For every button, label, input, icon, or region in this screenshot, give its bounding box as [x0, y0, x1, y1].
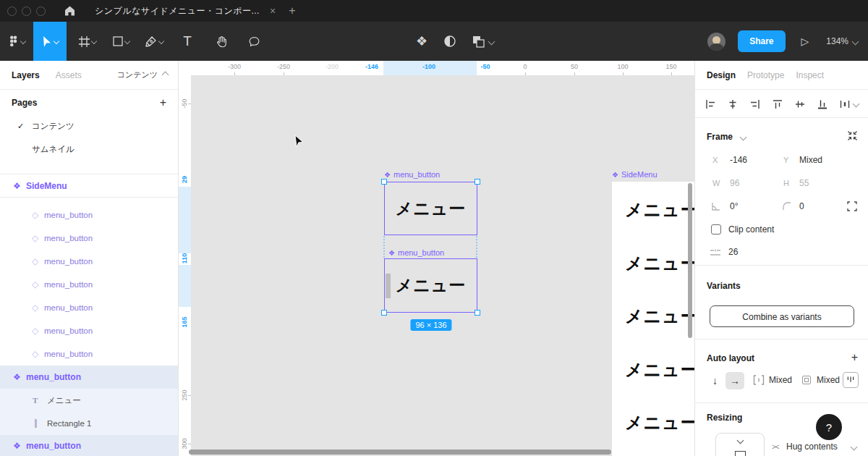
collapse-icon[interactable] — [847, 130, 858, 141]
layer-row-instance[interactable]: ◇ menu_button — [0, 203, 178, 227]
shape-tool-button[interactable] — [104, 22, 137, 61]
horizontal-resizing-value[interactable]: Hug contents — [786, 442, 838, 452]
layer-row-instance[interactable]: ◇ menu_button — [0, 227, 178, 250]
corner-smoothing-icon — [710, 248, 721, 258]
canvas-horizontal-scrollbar[interactable] — [189, 449, 611, 455]
padding-icon — [802, 376, 811, 384]
text-tool-button[interactable]: T — [171, 22, 204, 61]
auto-layout-header: Auto layout — [707, 353, 754, 363]
padding-value[interactable]: Mixed — [817, 375, 840, 385]
layout-direction-right-selected[interactable]: → — [726, 372, 744, 389]
item-spacing-icon — [753, 375, 765, 385]
align-right-icon[interactable] — [749, 98, 761, 110]
w-value[interactable]: 96 — [730, 178, 739, 188]
combine-as-variants-button[interactable]: Combine as variants — [710, 305, 854, 327]
mask-icon[interactable] — [443, 35, 456, 48]
clip-content-label: Clip content — [728, 224, 774, 235]
comment-tool-button[interactable] — [237, 22, 271, 61]
item-spacing-value[interactable]: Mixed — [769, 375, 792, 385]
layer-row-sidemenu[interactable]: ❖ SideMenu — [0, 174, 178, 198]
frame-label[interactable]: ❖menu_button — [384, 170, 440, 179]
move-tool-button[interactable] — [33, 22, 67, 61]
frame-tool-button[interactable] — [71, 22, 104, 61]
present-icon[interactable]: ▷ — [801, 35, 809, 47]
y-label: Y — [783, 156, 788, 164]
layer-row-text[interactable]: T メニュー — [0, 389, 178, 412]
add-page-button[interactable]: + — [160, 96, 166, 109]
new-tab-button[interactable]: + — [289, 4, 295, 17]
selected-frame-1[interactable]: メニュー — [384, 182, 477, 235]
clip-content-checkbox[interactable] — [711, 224, 721, 235]
layer-row-component-selected[interactable]: ❖ menu_button — [0, 366, 178, 389]
align-bottom-icon[interactable] — [817, 98, 828, 110]
y-value[interactable]: Mixed — [799, 155, 822, 165]
resize-center-box — [735, 451, 746, 456]
layer-row-instance[interactable]: ◇ menu_button — [0, 342, 178, 366]
layer-name: menu_button — [44, 303, 93, 312]
chevron-down-icon — [54, 38, 59, 44]
canvas-vertical-scrollbar[interactable] — [688, 183, 692, 338]
hand-tool-button[interactable] — [204, 22, 237, 61]
inspector-tabs: Design Prototype Inspect — [695, 61, 868, 90]
x-value[interactable]: -146 — [730, 155, 747, 165]
user-avatar[interactable] — [707, 33, 726, 51]
h-value[interactable]: 55 — [799, 178, 809, 188]
tab-prototype[interactable]: Prototype — [747, 70, 784, 80]
align-vertical-centers-icon[interactable] — [794, 98, 806, 110]
selection-handle[interactable] — [475, 310, 480, 316]
selection-handle[interactable] — [475, 179, 480, 185]
share-button[interactable]: Share — [738, 30, 785, 52]
main-menu-button[interactable] — [0, 22, 33, 61]
page-selector[interactable]: コンテンツ — [117, 69, 168, 80]
alignment-widget[interactable] — [843, 372, 859, 388]
add-auto-layout-button[interactable]: + — [851, 351, 858, 364]
align-horizontal-centers-icon[interactable] — [727, 98, 739, 110]
independent-corners-icon[interactable] — [847, 201, 857, 211]
frame-section-header[interactable]: Frame — [707, 132, 746, 142]
tab-assets[interactable]: Assets — [56, 70, 82, 80]
layer-row-instance[interactable]: ◇ menu_button — [0, 250, 178, 273]
create-component-icon[interactable]: ❖ — [416, 33, 427, 49]
layer-row-instance[interactable]: ◇ menu_button — [0, 319, 178, 342]
document-tab[interactable]: シンプルなサイドメニュー・コンポー... — [95, 5, 260, 17]
ruler-tick-label: -146 — [365, 63, 378, 70]
chevron-down-icon — [158, 38, 163, 44]
tab-layers[interactable]: Layers — [12, 70, 40, 80]
page-item[interactable]: サムネイル — [0, 139, 178, 159]
hand-icon — [215, 35, 227, 48]
align-left-icon[interactable] — [705, 98, 716, 110]
frame-label[interactable]: ❖SideMenu — [612, 170, 658, 179]
tab-close-icon[interactable]: × — [270, 5, 276, 17]
corner-radius-value[interactable]: 0 — [799, 201, 804, 211]
selection-handle[interactable] — [381, 179, 387, 185]
distribute-menu[interactable] — [839, 98, 859, 110]
window-close-button[interactable] — [7, 7, 17, 16]
layer-row-instance[interactable]: ◇ menu_button — [0, 273, 178, 296]
tab-design[interactable]: Design — [707, 70, 736, 80]
rotation-value[interactable]: 0° — [730, 201, 738, 211]
layer-row-instance[interactable]: ◇ menu_button — [0, 296, 178, 319]
resizing-widget[interactable] — [715, 433, 765, 456]
window-minimize-button[interactable] — [22, 7, 31, 16]
layer-row-rectangle[interactable]: Rectangle 1 — [0, 412, 178, 435]
layers-panel: Layers Assets コンテンツ Pages + ✓ コンテンツ サムネイ… — [0, 61, 179, 456]
ruler-tick-label: 110 — [181, 250, 188, 267]
corner-smoothing-value[interactable]: 26 — [728, 247, 738, 257]
selection-handle[interactable] — [381, 310, 387, 316]
tab-inspect[interactable]: Inspect — [796, 70, 824, 80]
layer-row-component-selected[interactable]: ❖ menu_button — [0, 435, 178, 456]
frame-label[interactable]: ❖menu_button — [388, 248, 444, 257]
page-item-current[interactable]: ✓ コンテンツ — [0, 116, 178, 136]
x-label: X — [712, 156, 718, 164]
window-maximize-button[interactable] — [36, 7, 46, 16]
zoom-menu[interactable]: 134% — [826, 36, 858, 46]
pen-tool-button[interactable] — [137, 22, 171, 61]
sidemenu-frame[interactable]: メニュー メニュー メニュー メニュー メニュー — [612, 182, 694, 456]
page-selector-label: コンテンツ — [117, 69, 158, 80]
boolean-groups-button[interactable] — [472, 35, 494, 48]
help-button[interactable]: ? — [816, 414, 842, 440]
layout-direction-down[interactable]: ↓ — [712, 375, 718, 387]
selected-frame-2[interactable]: メニュー — [384, 258, 477, 313]
home-icon[interactable] — [64, 5, 76, 17]
align-top-icon[interactable] — [772, 98, 783, 110]
